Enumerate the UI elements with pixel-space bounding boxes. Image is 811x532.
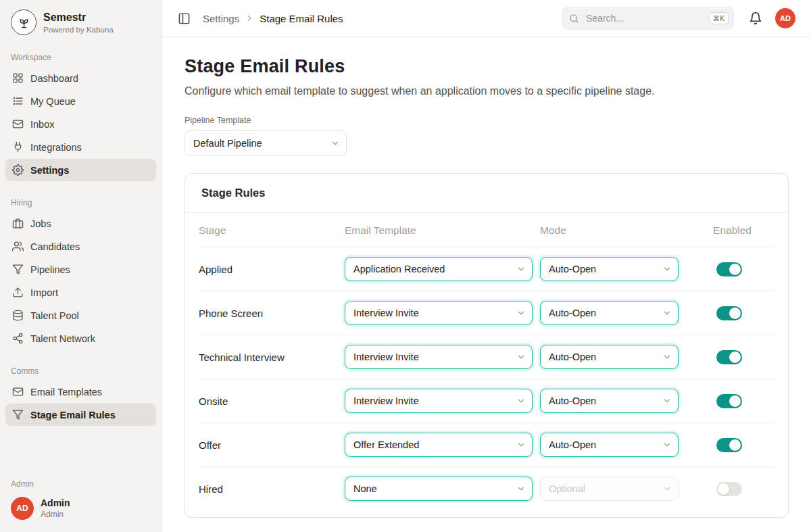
enabled-toggle[interactable] — [716, 482, 742, 496]
mail-icon — [12, 118, 24, 130]
brand-logo — [11, 9, 36, 35]
email-template-select[interactable]: Interview Invite — [345, 389, 532, 412]
sidebar-item-candidates[interactable]: Candidates — [5, 235, 156, 258]
user-name: Admin — [41, 498, 70, 510]
email-template-select-wrap: Application Received — [345, 257, 533, 281]
stage-label: Hired — [199, 483, 345, 495]
stage-rules-card: Stage Rules Stage Email Template Mode En… — [185, 173, 789, 518]
sidebar-item-my-queue[interactable]: My Queue — [5, 90, 156, 112]
sidebar-item-dashboard[interactable]: Dashboard — [5, 67, 156, 89]
sidebar-item-label: Candidates — [30, 241, 80, 252]
search-input[interactable] — [585, 12, 704, 24]
main-area: Settings Stage Email Rules ⌘K AD Stage E… — [162, 0, 811, 532]
table-row: Offer Offer Extended Auto-Open — [199, 423, 775, 467]
column-header-stage: Stage — [199, 224, 345, 237]
funnel-icon — [12, 264, 24, 275]
plug-icon — [12, 141, 24, 153]
pipeline-template-label: Pipeline Template — [185, 116, 789, 125]
sidebar-item-label: Talent Pool — [30, 310, 79, 321]
mode-select[interactable]: Optional — [541, 477, 678, 500]
sidebar-item-talent-network[interactable]: Talent Network — [5, 327, 156, 349]
search-shortcut-badge: ⌘K — [709, 12, 729, 25]
briefcase-icon — [12, 218, 24, 229]
toggle-knob — [729, 352, 741, 363]
pipeline-template-select[interactable]: Default Pipeline — [185, 131, 346, 155]
email-template-select[interactable]: Interview Invite — [345, 345, 532, 368]
topbar: Settings Stage Email Rules ⌘K AD — [162, 0, 811, 37]
users-icon — [12, 241, 24, 252]
panel-left-icon — [178, 12, 191, 25]
mode-select[interactable]: Auto-Open — [541, 345, 678, 368]
pipeline-template-field: Pipeline Template Default Pipeline — [185, 116, 789, 156]
database-icon — [12, 310, 24, 321]
section-label-hiring: Hiring — [0, 191, 162, 212]
toggle-knob — [718, 483, 729, 495]
enabled-toggle[interactable] — [716, 394, 742, 408]
stage-rules-rows: Applied Application Received Auto-Open P… — [199, 247, 775, 510]
sidebar-item-inbox[interactable]: Inbox — [5, 113, 156, 135]
sidebar-footer: Admin AD Admin Admin — [0, 473, 162, 532]
toggle-knob — [729, 264, 741, 275]
mode-select-wrap: Auto-Open — [540, 389, 679, 413]
page-content: Stage Email Rules Configure which email … — [162, 37, 811, 532]
topbar-avatar[interactable]: AD — [775, 8, 795, 28]
mode-select[interactable]: Auto-Open — [541, 301, 678, 324]
pipeline-template-select-wrap: Default Pipeline — [185, 130, 347, 156]
breadcrumb-settings[interactable]: Settings — [203, 13, 239, 24]
table-row: Hired None Optional — [199, 467, 775, 510]
mail-icon — [12, 386, 24, 397]
section-label-workspace: Workspace — [0, 46, 162, 66]
toggle-knob — [729, 308, 741, 319]
page-title: Stage Email Rules — [185, 56, 789, 77]
sidebar-item-label: Integrations — [30, 142, 82, 153]
column-header-enabled: Enabled — [686, 224, 775, 237]
sprout-icon — [18, 16, 30, 29]
user-role: Admin — [41, 510, 70, 519]
email-template-select-wrap: Offer Extended — [345, 433, 533, 457]
table-header-row: Stage Email Template Mode Enabled — [199, 213, 775, 247]
sidebar-item-talent-pool[interactable]: Talent Pool — [5, 304, 156, 327]
mode-select[interactable]: Auto-Open — [541, 389, 678, 412]
notifications-button[interactable] — [749, 11, 762, 25]
search-bar[interactable]: ⌘K — [562, 7, 734, 30]
email-template-select-wrap: None — [345, 477, 533, 501]
sidebar-item-settings[interactable]: Settings — [5, 159, 156, 181]
gear-icon — [12, 164, 24, 176]
sidebar-toggle-button[interactable] — [178, 12, 191, 25]
brand-tagline: Powered by Kabuna — [43, 26, 114, 34]
email-template-select[interactable]: Interview Invite — [345, 301, 532, 324]
enabled-toggle[interactable] — [716, 438, 742, 452]
app-window: Semestr Powered by Kabuna Workspace Dash… — [0, 0, 811, 532]
stage-rules-table: Stage Email Template Mode Enabled Applie… — [185, 213, 788, 517]
sidebar-item-label: Settings — [30, 165, 69, 176]
enabled-toggle[interactable] — [716, 306, 742, 320]
stage-label: Applied — [199, 264, 345, 275]
bell-icon — [749, 11, 762, 25]
network-icon — [12, 333, 24, 344]
sidebar-item-label: Email Templates — [30, 387, 102, 397]
email-template-select[interactable]: Offer Extended — [345, 433, 532, 456]
sidebar-item-integrations[interactable]: Integrations — [5, 136, 156, 158]
enabled-toggle[interactable] — [716, 350, 742, 364]
toggle-knob — [729, 439, 741, 451]
table-row: Technical Interview Interview Invite Aut… — [199, 335, 775, 379]
sidebar-item-jobs[interactable]: Jobs — [5, 212, 156, 235]
email-template-select[interactable]: Application Received — [345, 258, 532, 281]
table-row: Applied Application Received Auto-Open — [199, 247, 775, 291]
enabled-toggle[interactable] — [716, 262, 742, 276]
funnel-icon — [12, 409, 24, 420]
sidebar-item-pipelines[interactable]: Pipelines — [5, 258, 156, 281]
email-template-select[interactable]: None — [345, 477, 532, 500]
sidebar-item-email-templates[interactable]: Email Templates — [5, 381, 156, 403]
mode-select[interactable]: Auto-Open — [541, 258, 678, 281]
sidebar-item-label: Inbox — [30, 119, 54, 130]
sidebar-item-label: Jobs — [30, 218, 51, 229]
breadcrumb-current: Stage Email Rules — [260, 13, 343, 24]
mode-select[interactable]: Auto-Open — [541, 433, 678, 456]
brand-name: Semestr — [43, 11, 114, 24]
sidebar-item-stage-email-rules[interactable]: Stage Email Rules — [5, 404, 156, 426]
sidebar-item-label: My Queue — [30, 96, 76, 107]
user-profile[interactable]: AD Admin Admin — [0, 493, 162, 524]
section-label-admin: Admin — [0, 473, 162, 493]
sidebar-item-import[interactable]: Import — [5, 281, 156, 304]
